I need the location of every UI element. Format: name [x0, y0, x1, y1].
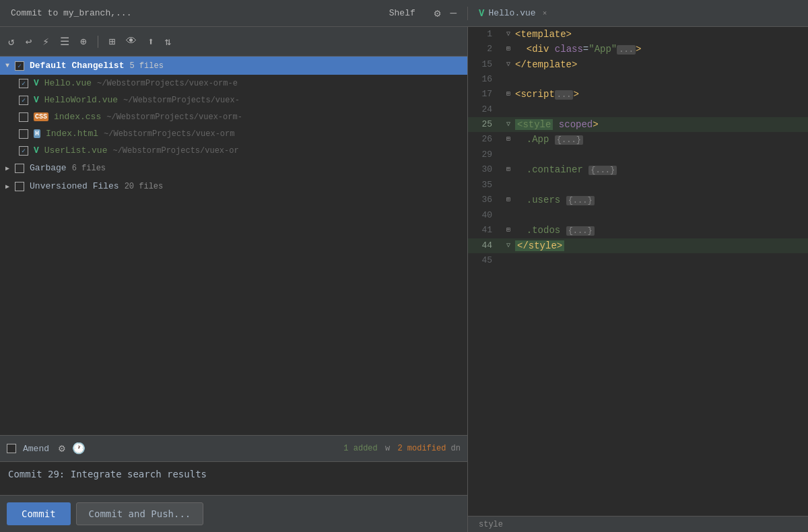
- file-item[interactable]: CSS index.css ~/WebstormProjects/vuex-or…: [0, 108, 467, 125]
- status-text: 1 added w 2 modified dn: [343, 444, 461, 453]
- tab-close-icon[interactable]: ×: [543, 9, 547, 18]
- file-item[interactable]: V HelloWorld.vue ~/WebstormProjects/vuex…: [0, 92, 467, 108]
- file-checkbox-userlist[interactable]: [19, 146, 28, 156]
- code-line: 15 ▽ </template>: [468, 57, 808, 72]
- left-panel: ↺ ↩ ⚡ ☰ ⊕ ⊞ 👁 ⬆ ⇅ ▼ Default Changelist 5…: [0, 27, 468, 532]
- right-panel: 1 ▽ <template> 2 ⊞ <div class="App"...> …: [468, 27, 808, 532]
- code-line: 29: [468, 147, 808, 162]
- unversioned-count: 20 files: [125, 182, 164, 191]
- amend-bar: Amend ⚙ 🕐 1 added w 2 modified dn: [0, 435, 467, 462]
- fold-icon: ⊞: [506, 87, 510, 102]
- code-line: 35: [468, 178, 808, 193]
- garbage-count: 6 files: [72, 164, 106, 173]
- filename-userlist: UserList.vue: [44, 145, 108, 156]
- line-content: .App {...}: [515, 132, 808, 147]
- line-number: 17: [468, 87, 502, 102]
- fold-gutter: ▽: [502, 57, 515, 72]
- garbage-group-header[interactable]: ▶ Garbage 6 files: [0, 159, 467, 177]
- file-checkbox-hello[interactable]: [19, 79, 28, 88]
- sort-up-icon[interactable]: ⬆: [147, 35, 154, 48]
- code-line: 1 ▽ <template>: [468, 27, 808, 42]
- fold-gutter[interactable]: ⊞: [502, 42, 515, 57]
- code-line: 45: [468, 253, 808, 268]
- filepath-hello: ~/WebstormProjects/vuex-orm-e: [97, 79, 238, 88]
- line-number: 2: [468, 42, 502, 57]
- fold-gutter[interactable]: ⊞: [502, 223, 515, 238]
- changelist-header[interactable]: ▼ Default Changelist 5 files: [0, 57, 467, 75]
- fold-gutter[interactable]: ⊞: [502, 87, 515, 102]
- editor-tab-section: V Hello.vue ×: [468, 8, 808, 19]
- filename-hello: Hello.vue: [44, 78, 92, 88]
- filename-indexhtml: Index.html: [46, 129, 98, 139]
- shelf-button[interactable]: Shelf: [384, 7, 421, 20]
- file-checkbox-indexcss[interactable]: [19, 112, 28, 122]
- gear-icon[interactable]: ⚙: [434, 7, 441, 20]
- garbage-arrow: ▶: [5, 164, 9, 172]
- commit-button[interactable]: Commit: [7, 502, 71, 525]
- fold-gutter[interactable]: ▽: [502, 238, 515, 253]
- download-icon[interactable]: ⊕: [80, 35, 87, 48]
- fold-icon: ▽: [506, 57, 510, 72]
- line-number: 16: [468, 72, 502, 87]
- code-line: 41 ⊞ .todos {...}: [468, 223, 808, 238]
- code-line: 44 ▽ </style>: [468, 238, 808, 253]
- fold-icon: ⊞: [506, 162, 510, 177]
- fold-gutter[interactable]: ⊞: [502, 193, 515, 207]
- unversioned-checkbox[interactable]: [15, 182, 24, 191]
- commit-and-push-button[interactable]: Commit and Push...: [76, 502, 204, 525]
- lightning-icon[interactable]: ⚡: [42, 35, 49, 48]
- unversioned-arrow: ▶: [5, 182, 9, 191]
- file-checkbox-indexhtml[interactable]: [19, 129, 28, 139]
- minimize-icon[interactable]: —: [450, 7, 457, 20]
- amend-clock-icon[interactable]: 🕐: [72, 442, 86, 455]
- eye-icon[interactable]: 👁: [126, 35, 137, 48]
- line-number: 29: [468, 147, 502, 162]
- line-content: <div class="App"...>: [515, 42, 808, 57]
- line-number: 35: [468, 178, 502, 193]
- changelist-arrow: ▼: [5, 62, 9, 69]
- file-tab[interactable]: V Hello.vue ×: [479, 8, 547, 19]
- sort-both-icon[interactable]: ⇅: [165, 35, 172, 48]
- fold-gutter[interactable]: ⊞: [502, 132, 515, 147]
- file-checkbox-helloworld[interactable]: [19, 96, 28, 105]
- line-number: 24: [468, 102, 502, 117]
- code-line: 24: [468, 102, 808, 117]
- fold-icon: ▽: [506, 238, 510, 253]
- filepath-indexcss: ~/WebstormProjects/vuex-orm-: [106, 112, 242, 122]
- unversioned-name: Unversioned Files: [30, 181, 119, 191]
- line-number: 1: [468, 27, 502, 42]
- refresh-icon[interactable]: ↺: [8, 35, 15, 48]
- amend-checkbox[interactable]: [7, 444, 16, 453]
- grid-icon[interactable]: ⊞: [109, 35, 116, 48]
- changelist-checkbox[interactable]: [15, 61, 24, 71]
- file-item[interactable]: H Index.html ~/WebstormProjects/vuex-orm: [0, 125, 467, 142]
- garbage-checkbox[interactable]: [15, 164, 24, 173]
- line-number: 30: [468, 162, 502, 177]
- line-number: 25: [468, 117, 502, 132]
- fold-icon: ▽: [506, 117, 510, 132]
- commit-message[interactable]: Commit 29: Integrate search results: [0, 462, 467, 496]
- undo-icon[interactable]: ↩: [26, 35, 32, 48]
- amend-gear-icon[interactable]: ⚙: [59, 442, 65, 455]
- filename-indexcss: index.css: [54, 112, 101, 122]
- code-line: 30 ⊞ .container {...}: [468, 162, 808, 178]
- css-file-icon: CSS: [34, 112, 48, 121]
- fold-gutter[interactable]: ⊞: [502, 162, 515, 177]
- vue-tab-icon: V: [479, 8, 484, 19]
- amend-icons: ⚙ 🕐: [59, 442, 86, 455]
- fold-icon: ▽: [506, 27, 510, 42]
- line-number: 40: [468, 208, 502, 223]
- code-line: 2 ⊞ <div class="App"...>: [468, 42, 808, 57]
- file-item[interactable]: V UserList.vue ~/WebstormProjects/vuex-o…: [0, 142, 467, 159]
- line-number: 15: [468, 57, 502, 72]
- status-sep: w: [385, 444, 390, 453]
- unversioned-group-header[interactable]: ▶ Unversioned Files 20 files: [0, 177, 467, 195]
- filepath-helloworld: ~/WebstormProjects/vuex-: [123, 96, 240, 105]
- fold-icon: ⊞: [506, 132, 510, 147]
- file-item[interactable]: V Hello.vue ~/WebstormProjects/vuex-orm-…: [0, 75, 467, 92]
- fold-gutter[interactable]: ▽: [502, 27, 515, 42]
- line-content: .users {...}: [515, 193, 808, 208]
- list-icon[interactable]: ☰: [60, 35, 69, 48]
- code-line: 36 ⊞ .users {...}: [468, 193, 808, 208]
- fold-gutter[interactable]: ▽: [502, 117, 515, 132]
